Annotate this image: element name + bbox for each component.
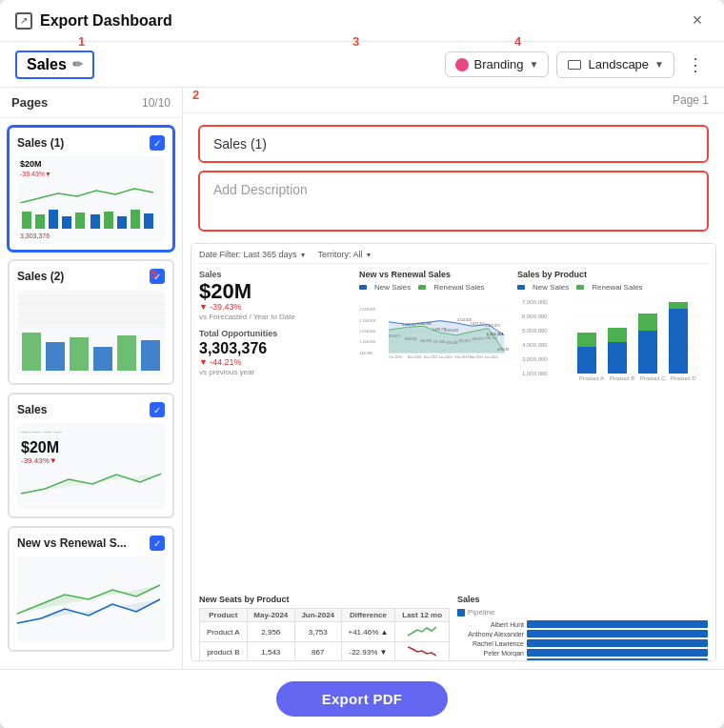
svg-text:Product A: Product A <box>579 375 604 380</box>
bar-legend-renewal: Renewal Sales <box>592 283 642 292</box>
svg-text:Mar-2024: Mar-2024 <box>470 355 484 359</box>
close-button[interactable]: × <box>686 10 709 32</box>
cell-spark <box>395 622 450 642</box>
legend-new-sales: New Sales <box>374 283 411 292</box>
page-label: Page 1 <box>673 93 709 107</box>
modal-title: Export Dashboard <box>40 12 678 30</box>
date-filter[interactable]: Date Filter: Last 365 days <box>199 250 307 259</box>
modal-footer: Export PDF <box>0 669 724 728</box>
svg-text:915,949: 915,949 <box>433 340 445 344</box>
more-options-button[interactable]: ⋮ <box>682 51 709 78</box>
thumb-header-1: Sales (1) <box>17 135 165 151</box>
bar-legend-new: New Sales <box>533 283 569 292</box>
svg-text:1,648,000: 1,648,000 <box>359 329 376 334</box>
page-thumb-2[interactable]: Sales (2) <box>8 259 174 385</box>
pipeline-legend-dot <box>457 609 465 617</box>
toolbar: Sales ✏ Branding ▼ Landscape ▼ ⋮ 1 3 4 <box>0 42 724 88</box>
orientation-dropdown[interactable]: Landscape ▼ <box>556 51 674 78</box>
svg-text:2,477,217: 2,477,217 <box>471 322 485 326</box>
svg-text:Product C: Product C <box>640 375 666 380</box>
line-chart-col: New vs Renewal Sales New Sales Renewal S… <box>359 270 510 589</box>
svg-rect-7 <box>104 212 113 229</box>
svg-rect-20 <box>141 340 160 371</box>
export-pdf-button[interactable]: Export PDF <box>276 681 449 717</box>
svg-rect-17 <box>70 337 89 371</box>
svg-text:935,872: 935,872 <box>458 339 470 343</box>
sidebar: Pages 10/10 Sales (1) $20M -39.43%▼ <box>0 88 183 669</box>
page-config: Sales (1) Add Description <box>183 113 724 243</box>
cell-spark <box>395 642 450 661</box>
page-thumb-3[interactable]: Sales — — — — $20M -39.43%▼ <box>8 393 174 518</box>
svg-text:2,466,966: 2,466,966 <box>417 322 432 326</box>
svg-text:814,837-: 814,837- <box>389 334 401 338</box>
svg-rect-19 <box>117 335 136 371</box>
svg-text:1,148,000: 1,148,000 <box>359 339 376 344</box>
svg-text:Product B: Product B <box>610 375 634 380</box>
landscape-rect <box>568 60 581 70</box>
annotation-5: 5 <box>151 267 157 281</box>
territory-filter[interactable]: Territory: All <box>318 250 372 259</box>
total-opp-label: Total Opportunities <box>199 329 352 338</box>
page-title-input[interactable]: Sales (1) <box>198 125 709 163</box>
svg-rect-72 <box>638 313 657 331</box>
svg-text:Product D: Product D <box>671 375 696 380</box>
svg-rect-69 <box>608 342 627 374</box>
thumb-checkbox-1[interactable] <box>150 135 165 151</box>
svg-text:806,018: 806,018 <box>405 337 416 341</box>
thumb-chart-svg-1 <box>20 179 162 203</box>
svg-rect-18 <box>93 347 112 371</box>
svg-rect-10 <box>144 213 153 229</box>
col-diff: Difference <box>341 609 395 622</box>
svg-rect-15 <box>22 333 41 371</box>
svg-text:2,349,602: 2,349,602 <box>444 329 458 333</box>
svg-rect-2 <box>35 214 45 229</box>
opportunities-value: 3,303,376 <box>199 340 352 357</box>
thumb-checkbox-3[interactable] <box>150 402 165 417</box>
page-thumb-4[interactable]: New vs Renewal S... <box>8 526 174 652</box>
svg-rect-1 <box>22 212 31 229</box>
thumb-image-4 <box>17 556 165 642</box>
hbar-row: Albert Hunt <box>457 620 708 628</box>
right-panel-header: Page 1 <box>183 88 724 113</box>
pipeline-legend-label: Pipeline <box>468 608 494 617</box>
table-row: Product A 2,956 3,753 +41.46% ▲ <box>200 622 450 642</box>
page-description-input[interactable]: Add Description <box>198 171 709 232</box>
hbar-fill <box>527 649 708 657</box>
thumb-title-3: Sales <box>17 403 47 416</box>
page-description-text: Add Description <box>213 182 308 197</box>
cell-diff: +41.46% ▲ <box>341 622 395 642</box>
cell-diff: -22.93% ▼ <box>341 642 395 661</box>
tab-edit-icon[interactable]: ✏ <box>72 57 83 71</box>
thumb-header-2: Sales (2) <box>17 269 165 284</box>
cell-jun: 867 <box>294 642 341 661</box>
svg-text:2,431,073: 2,431,073 <box>486 324 500 328</box>
thumb-checkbox-4[interactable] <box>150 536 165 551</box>
svg-rect-4 <box>62 216 71 229</box>
svg-text:1,000,000: 1,000,000 <box>522 371 548 376</box>
svg-text:926,373: 926,373 <box>473 337 484 341</box>
col-jun: Jun-2024 <box>294 609 341 622</box>
orientation-label: Landscape <box>588 57 649 71</box>
svg-text:148,000: 148,000 <box>359 351 373 355</box>
svg-text:Oct-2023: Oct-2023 <box>389 355 402 359</box>
thumb-bar2-svg <box>89 207 155 231</box>
svg-text:7,000,000: 7,000,000 <box>522 299 548 305</box>
export-dashboard-modal: Export Dashboard × Sales ✏ Branding ▼ La… <box>0 0 724 728</box>
cell-product: product B <box>200 642 248 661</box>
table-row: product B 1,543 867 -22.93% ▼ <box>200 642 450 661</box>
legend-new-sales-dot <box>359 285 367 290</box>
pages-count: 10/10 <box>142 96 171 110</box>
bar-chart-title: Sales by Product <box>517 270 708 279</box>
opportunities-change: -44.21% <box>199 357 352 367</box>
branding-dropdown[interactable]: Branding ▼ <box>445 51 550 77</box>
cell-may: 1,543 <box>247 642 294 661</box>
page-title-text: Sales (1) <box>213 136 267 152</box>
svg-text:1,152,324: 1,152,324 <box>487 332 504 336</box>
sidebar-header: Pages 10/10 <box>0 88 182 118</box>
hbar-row: Peter Morgan <box>457 649 708 657</box>
svg-text:Feb-2024: Feb-2024 <box>454 355 469 359</box>
revenue-change: -39.43% <box>199 302 352 312</box>
orientation-icon <box>567 57 582 72</box>
svg-rect-16 <box>46 342 65 371</box>
page-thumb-1[interactable]: Sales (1) $20M -39.43%▼ <box>8 126 174 252</box>
